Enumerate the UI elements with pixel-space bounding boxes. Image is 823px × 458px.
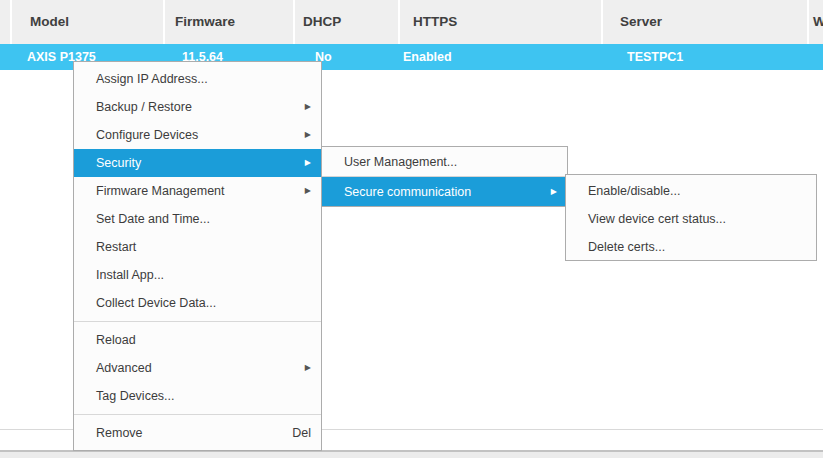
- cell-https: Enabled: [403, 44, 452, 70]
- menu-item-reload[interactable]: Reload: [74, 326, 321, 354]
- menu-item-assign-ip-address[interactable]: Assign IP Address...: [74, 65, 321, 93]
- menu-item-secure-communication[interactable]: Secure communication ▶: [322, 177, 567, 206]
- menu-item-configure-devices[interactable]: Configure Devices ▶: [74, 121, 321, 149]
- menu-item-collect-device-data[interactable]: Collect Device Data...: [74, 289, 321, 317]
- submenu-arrow-icon: ▶: [305, 159, 311, 167]
- column-resize-handle[interactable]: [601, 0, 603, 44]
- submenu-arrow-icon: ▶: [305, 364, 311, 372]
- menu-item-install-app[interactable]: Install App...: [74, 261, 321, 289]
- column-header-server[interactable]: Server: [620, 0, 662, 44]
- column-header-dhcp[interactable]: DHCP: [303, 0, 341, 44]
- submenu-arrow-icon: ▶: [305, 131, 311, 139]
- column-resize-handle[interactable]: [293, 0, 295, 44]
- menu-item-tag-devices[interactable]: Tag Devices...: [74, 382, 321, 410]
- security-submenu: User Management... Secure communication …: [321, 146, 568, 207]
- submenu-arrow-icon: ▶: [305, 187, 311, 195]
- menu-separator: [74, 414, 321, 415]
- column-resize-handle[interactable]: [807, 0, 809, 44]
- menu-item-remove[interactable]: Remove Del: [74, 419, 321, 447]
- menu-item-advanced[interactable]: Advanced ▶: [74, 354, 321, 382]
- submenu-arrow-icon: ▶: [551, 188, 557, 196]
- menu-item-user-management[interactable]: User Management...: [322, 147, 567, 176]
- column-resize-handle[interactable]: [10, 0, 12, 44]
- menu-item-delete-certs[interactable]: Delete certs...: [566, 233, 816, 261]
- column-resize-handle[interactable]: [163, 0, 165, 44]
- shortcut-del: Del: [292, 426, 311, 440]
- secure-communication-submenu: Enable/disable... View device cert statu…: [565, 174, 817, 261]
- menu-item-view-device-cert-status[interactable]: View device cert status...: [566, 205, 816, 233]
- column-header-https[interactable]: HTTPS: [413, 0, 457, 44]
- cell-server: TESTPC1: [627, 44, 683, 70]
- menu-item-enable-disable[interactable]: Enable/disable...: [566, 177, 816, 205]
- column-header-partial[interactable]: W: [813, 0, 823, 44]
- device-table-header: Model Firmware DHCP HTTPS Server W: [0, 0, 823, 44]
- column-header-model[interactable]: Model: [30, 0, 69, 44]
- status-strip: [0, 450, 823, 458]
- device-context-menu: Assign IP Address... Backup / Restore ▶ …: [73, 61, 322, 451]
- menu-item-firmware-management[interactable]: Firmware Management ▶: [74, 177, 321, 205]
- menu-item-backup-restore[interactable]: Backup / Restore ▶: [74, 93, 321, 121]
- menu-item-set-date-and-time[interactable]: Set Date and Time...: [74, 205, 321, 233]
- menu-item-security[interactable]: Security ▶: [74, 149, 321, 177]
- menu-separator: [74, 321, 321, 322]
- column-header-firmware[interactable]: Firmware: [175, 0, 235, 44]
- device-manager-screen: Model Firmware DHCP HTTPS Server W AXIS …: [0, 0, 823, 458]
- column-resize-handle[interactable]: [398, 0, 400, 44]
- submenu-arrow-icon: ▶: [305, 103, 311, 111]
- menu-item-restart[interactable]: Restart: [74, 233, 321, 261]
